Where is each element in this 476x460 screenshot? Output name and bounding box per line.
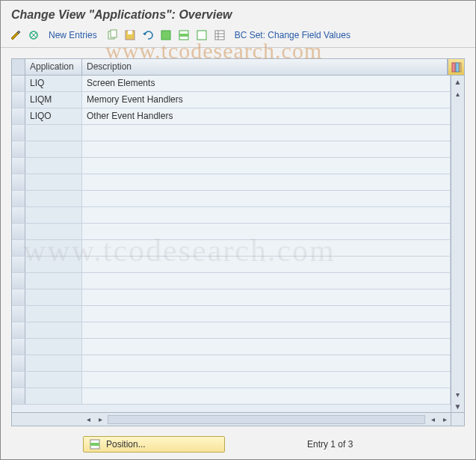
row-selector[interactable]	[12, 289, 25, 305]
cell-description[interactable]	[82, 273, 451, 289]
row-selector[interactable]	[12, 257, 25, 272]
cell-description[interactable]	[82, 191, 451, 206]
table-row[interactable]	[12, 257, 451, 273]
row-selector[interactable]	[12, 174, 25, 190]
cell-application[interactable]	[25, 355, 82, 371]
cell-application[interactable]: LIQ	[25, 76, 82, 91]
cell-description[interactable]	[82, 125, 451, 141]
column-header-application[interactable]: Application	[25, 59, 82, 75]
row-selector[interactable]	[12, 158, 25, 174]
cell-description[interactable]	[82, 158, 451, 174]
table-row[interactable]	[12, 289, 451, 306]
cell-description[interactable]	[82, 289, 451, 305]
row-selector[interactable]	[12, 240, 25, 256]
row-selector[interactable]	[12, 207, 25, 223]
cell-application[interactable]	[25, 224, 82, 239]
select-all-icon[interactable]	[158, 28, 173, 43]
table-row[interactable]	[12, 207, 451, 224]
cell-application[interactable]	[25, 372, 82, 387]
cell-description[interactable]	[82, 224, 451, 239]
column-header-description[interactable]: Description	[82, 59, 448, 75]
undo-change-icon[interactable]	[140, 28, 155, 43]
row-selector[interactable]	[12, 191, 25, 206]
table-row[interactable]	[12, 273, 451, 289]
copy-icon[interactable]	[105, 28, 120, 43]
vertical-scrollbar[interactable]: ▲ ▴ ▾ ▼	[451, 76, 464, 412]
cell-description[interactable]	[82, 355, 451, 371]
cell-description[interactable]	[82, 207, 451, 223]
scroll-right-icon[interactable]: ◂	[427, 414, 439, 426]
row-selector[interactable]	[12, 372, 25, 387]
row-selector[interactable]	[12, 141, 25, 157]
scroll-bottom-icon[interactable]: ▼	[452, 400, 464, 412]
cell-description[interactable]: Memory Event Handlers	[82, 92, 451, 108]
select-block-icon[interactable]	[176, 28, 191, 43]
cell-application[interactable]	[25, 207, 82, 223]
row-selector[interactable]	[12, 339, 25, 355]
deselect-all-icon[interactable]	[194, 28, 209, 43]
table-row[interactable]	[12, 322, 451, 339]
cell-application[interactable]	[25, 306, 82, 322]
toggle-display-change-icon[interactable]	[8, 28, 23, 43]
horizontal-scrollbar[interactable]: ◂ ▸ ◂ ▸	[12, 412, 451, 426]
table-row[interactable]	[12, 174, 451, 191]
row-selector[interactable]	[12, 322, 25, 338]
other-view-icon[interactable]	[26, 28, 41, 43]
cell-description[interactable]	[82, 388, 451, 404]
table-row[interactable]	[12, 224, 451, 240]
scroll-up-icon[interactable]: ▴	[452, 88, 464, 99]
row-selector[interactable]	[12, 92, 25, 108]
cell-application[interactable]	[25, 257, 82, 272]
scroll-right-end-icon[interactable]: ▸	[439, 414, 451, 426]
table-row[interactable]	[12, 191, 451, 207]
cell-description[interactable]	[82, 240, 451, 256]
hscroll-track[interactable]	[108, 415, 425, 424]
configure-columns-icon[interactable]	[448, 59, 464, 75]
cell-application[interactable]	[25, 191, 82, 206]
row-selector[interactable]	[12, 306, 25, 322]
cell-application[interactable]	[25, 273, 82, 289]
scroll-top-icon[interactable]: ▲	[452, 76, 464, 88]
cell-description[interactable]: Other Event Handlers	[82, 108, 451, 124]
new-entries-button[interactable]: New Entries	[44, 28, 102, 42]
cell-application[interactable]	[25, 339, 82, 355]
cell-application[interactable]	[25, 158, 82, 174]
table-row[interactable]	[12, 125, 451, 141]
cell-description[interactable]	[82, 257, 451, 272]
bc-set-button[interactable]: BC Set: Change Field Values	[230, 28, 355, 42]
row-selector[interactable]	[12, 355, 25, 371]
table-row[interactable]	[12, 372, 451, 388]
table-row[interactable]	[12, 141, 451, 158]
cell-description[interactable]: Screen Elements	[82, 76, 451, 91]
position-button[interactable]: Position...	[83, 436, 225, 453]
cell-application[interactable]	[25, 322, 82, 338]
cell-application[interactable]	[25, 388, 82, 404]
table-row[interactable]	[12, 355, 451, 372]
scroll-left-icon[interactable]: ▸	[94, 414, 106, 426]
scroll-left-end-icon[interactable]: ◂	[82, 414, 94, 426]
cell-application[interactable]	[25, 125, 82, 141]
cell-application[interactable]: LIQM	[25, 92, 82, 108]
row-selector[interactable]	[12, 108, 25, 124]
row-selector[interactable]	[12, 76, 25, 91]
cell-description[interactable]	[82, 306, 451, 322]
cell-description[interactable]	[82, 174, 451, 190]
row-selector[interactable]	[12, 224, 25, 239]
table-row[interactable]: LIQScreen Elements	[12, 76, 451, 92]
cell-description[interactable]	[82, 141, 451, 157]
cell-description[interactable]	[82, 322, 451, 338]
table-row[interactable]: LIQMMemory Event Handlers	[12, 92, 451, 108]
table-row[interactable]	[12, 306, 451, 322]
cell-application[interactable]: LIQO	[25, 108, 82, 124]
row-selector[interactable]	[12, 388, 25, 404]
scroll-down-icon[interactable]: ▾	[452, 388, 464, 400]
cell-description[interactable]	[82, 372, 451, 387]
cell-application[interactable]	[25, 240, 82, 256]
cell-application[interactable]	[25, 141, 82, 157]
table-row[interactable]	[12, 339, 451, 355]
cell-application[interactable]	[25, 289, 82, 305]
row-selector[interactable]	[12, 125, 25, 141]
table-row[interactable]: LIQOOther Event Handlers	[12, 108, 451, 125]
cell-description[interactable]	[82, 339, 451, 355]
table-row[interactable]	[12, 388, 451, 405]
